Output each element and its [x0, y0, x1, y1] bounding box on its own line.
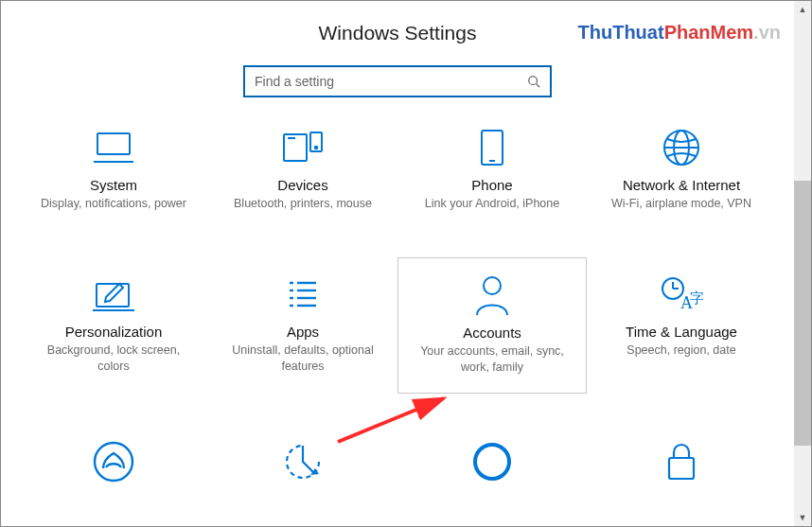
tile-label: Time & Language: [596, 324, 767, 340]
tile-apps[interactable]: Apps Uninstall, defaults, optional featu…: [208, 257, 397, 394]
time-language-icon: A 字: [596, 271, 767, 318]
tile-accounts[interactable]: Accounts Your accounts, email, sync, wor…: [397, 257, 587, 394]
tile-personalization[interactable]: Personalization Background, lock screen,…: [19, 257, 208, 394]
ease-of-access-icon: [218, 435, 388, 488]
tile-label: Network & Internet: [596, 177, 767, 193]
tile-desc: Bluetooth, printers, mouse: [218, 196, 388, 212]
network-icon: [596, 124, 767, 171]
tile-gaming[interactable]: [19, 422, 208, 505]
scroll-thumb[interactable]: [794, 181, 811, 446]
svg-point-29: [95, 443, 132, 481]
tile-devices[interactable]: Devices Bluetooth, printers, mouse: [208, 111, 397, 229]
tile-ease-of-access[interactable]: [208, 422, 397, 505]
tile-system[interactable]: System Display, notifications, power: [19, 111, 208, 229]
vertical-scrollbar[interactable]: ▲ ▼: [794, 1, 811, 526]
svg-rect-2: [97, 133, 130, 154]
svg-rect-32: [669, 458, 694, 479]
tile-network[interactable]: Network & Internet Wi-Fi, airplane mode,…: [587, 111, 776, 229]
tile-desc: Speech, region, date: [596, 343, 767, 359]
svg-point-23: [484, 277, 501, 294]
svg-point-0: [529, 77, 538, 85]
tile-desc: Background, lock screen, colors: [28, 343, 199, 375]
tile-time-language[interactable]: A 字 Time & Language Speech, region, date: [587, 257, 776, 394]
watermark: ThuThuatPhanMem.vn: [578, 22, 781, 44]
tile-label: Devices: [218, 177, 388, 193]
privacy-icon: [596, 435, 767, 488]
svg-line-1: [537, 84, 540, 88]
search-box[interactable]: [243, 65, 552, 97]
accounts-icon: [408, 272, 576, 319]
search-icon: [527, 75, 540, 88]
svg-point-31: [475, 445, 509, 479]
apps-icon: [218, 271, 388, 318]
scroll-up-button[interactable]: ▲: [794, 1, 811, 18]
tile-label: Accounts: [408, 325, 576, 341]
system-icon: [28, 124, 199, 171]
devices-icon: [218, 124, 388, 171]
tile-privacy[interactable]: [587, 422, 776, 505]
personalization-icon: [28, 271, 199, 318]
tile-label: Phone: [407, 177, 577, 193]
tile-desc: Wi-Fi, airplane mode, VPN: [596, 196, 767, 212]
svg-rect-8: [482, 131, 503, 165]
scroll-down-button[interactable]: ▼: [794, 509, 811, 526]
tile-desc: Display, notifications, power: [28, 196, 199, 212]
tile-phone[interactable]: Phone Link your Android, iPhone: [397, 111, 587, 229]
svg-text:字: 字: [690, 290, 703, 306]
tile-desc: Link your Android, iPhone: [407, 196, 577, 212]
phone-icon: [407, 124, 577, 171]
gaming-icon: [28, 435, 199, 488]
svg-point-7: [315, 147, 318, 149]
search-input[interactable]: [255, 74, 527, 89]
tile-desc: Uninstall, defaults, optional features: [218, 343, 388, 375]
tile-desc: Your accounts, email, sync, work, family: [408, 343, 576, 376]
tile-cortana[interactable]: [397, 422, 587, 505]
tile-label: Personalization: [28, 324, 199, 340]
tile-label: System: [28, 177, 199, 193]
tile-label: Apps: [218, 324, 388, 340]
cortana-icon: [407, 435, 577, 488]
